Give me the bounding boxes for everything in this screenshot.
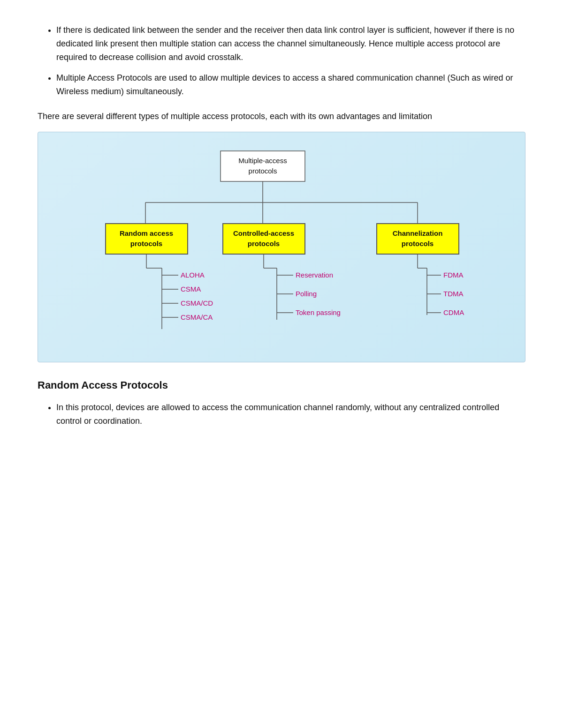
svg-text:Controlled-access: Controlled-access (233, 229, 294, 237)
svg-text:Polling: Polling (296, 290, 317, 298)
svg-text:protocols: protocols (249, 167, 277, 175)
svg-text:CSMA/CD: CSMA/CD (181, 299, 213, 307)
svg-text:Reservation: Reservation (296, 271, 333, 279)
svg-text:CSMA: CSMA (181, 285, 201, 293)
svg-rect-14 (377, 224, 459, 254)
bullet-item-2: Multiple Access Protocols are used to al… (56, 71, 525, 98)
svg-text:protocols: protocols (248, 240, 280, 248)
svg-text:FDMA: FDMA (443, 271, 464, 279)
diagram-container: Multiple-access protocols Random access … (38, 132, 525, 362)
svg-rect-8 (106, 224, 188, 254)
random-access-bullets: In this protocol, devices are allowed to… (38, 401, 525, 428)
svg-text:Channelization: Channelization (393, 229, 443, 237)
svg-text:protocols: protocols (130, 240, 162, 248)
intro-bullets: If there is dedicated link between the s… (38, 23, 525, 98)
svg-text:Token passing: Token passing (296, 308, 341, 316)
svg-text:Random access: Random access (120, 229, 173, 237)
svg-text:ALOHA: ALOHA (181, 271, 205, 279)
section-heading-random-access: Random Access Protocols (38, 379, 525, 391)
svg-text:TDMA: TDMA (443, 290, 464, 298)
svg-rect-0 (221, 151, 305, 181)
intro-paragraph: There are several different types of mul… (38, 110, 525, 123)
bullet-item-1: If there is dedicated link between the s… (56, 23, 525, 64)
protocol-diagram: Multiple-access protocols Random access … (80, 146, 483, 348)
svg-rect-11 (223, 224, 305, 254)
svg-text:Multiple-access: Multiple-access (238, 157, 287, 165)
svg-text:CSMA/CA: CSMA/CA (181, 313, 213, 321)
bullet-item-3: In this protocol, devices are allowed to… (56, 401, 525, 428)
svg-text:CDMA: CDMA (443, 308, 464, 316)
svg-text:protocols: protocols (402, 240, 434, 248)
